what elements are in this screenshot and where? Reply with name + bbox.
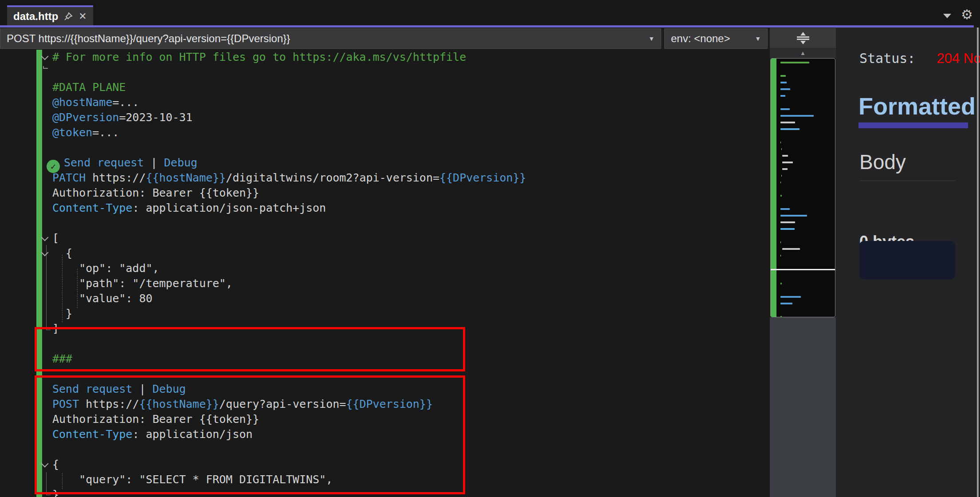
- minimap-line: [780, 142, 781, 143]
- code-text: @token: [52, 126, 92, 139]
- minimap-line: [780, 108, 790, 110]
- code-line: Authorization: Bearer {{token}}: [0, 185, 770, 201]
- tab-title: data.http: [13, 10, 58, 23]
- minimap-line: [780, 215, 807, 217]
- code-line: # For more info on HTTP files go to http…: [0, 50, 770, 65]
- editor[interactable]: # For more info on HTTP files go to http…: [0, 50, 770, 497]
- minimap[interactable]: [770, 58, 835, 317]
- minimap-line: [780, 181, 781, 183]
- minimap-line: [780, 88, 790, 90]
- minimap-line: [780, 75, 786, 77]
- code-text: {: [52, 247, 72, 260]
- body-heading: Body: [859, 150, 906, 174]
- code-line: [0, 216, 770, 231]
- code-text: @hostName: [52, 96, 112, 109]
- request-toolbar: POST https://{{hostName}}/query?api-vers…: [0, 28, 980, 50]
- code-line: {: [0, 246, 770, 261]
- code-line: Content-Type: application/json-patch+jso…: [0, 201, 770, 216]
- status-value: 204 No: [937, 51, 980, 67]
- pin-icon[interactable]: [63, 12, 73, 21]
- code-line: #DATA PLANE: [0, 80, 770, 95]
- minimap-line: [780, 195, 782, 197]
- environment-dropdown[interactable]: env: <none> ▼: [664, 28, 768, 49]
- code-text: =...: [112, 96, 139, 109]
- scrollbar-up-row: ▲: [770, 48, 836, 58]
- code-text: https://: [86, 171, 145, 184]
- fold-chevron-icon[interactable]: [41, 53, 49, 60]
- minimap-line: [782, 162, 793, 163]
- code-text: Authorization: Bearer {{token}}: [52, 186, 259, 199]
- chevron-down-icon: ▼: [648, 35, 655, 42]
- split-icon: [797, 36, 809, 38]
- chevron-down-icon: ▼: [755, 35, 761, 42]
- scroll-up-icon[interactable]: ▲: [800, 50, 806, 56]
- code-text: [: [52, 232, 59, 245]
- code-line: [: [0, 231, 770, 246]
- code-text: /digitaltwins/room2?api-version=: [226, 171, 439, 184]
- code-line: @hostName=...: [0, 95, 770, 110]
- debug-link[interactable]: Debug: [164, 156, 197, 169]
- minimap-line: [781, 175, 782, 177]
- minimap-line: [780, 303, 792, 304]
- minimap-line: [780, 241, 781, 243]
- minimap-line: [780, 255, 781, 256]
- minimap-line: [780, 115, 814, 117]
- minimap-caret-line: [771, 269, 835, 270]
- minimap-line: [780, 228, 795, 230]
- close-icon[interactable]: ✕: [78, 12, 86, 21]
- code-line: [0, 65, 770, 80]
- scrollbar-track[interactable]: [770, 317, 836, 497]
- code-text: # For more info on HTTP files go to http…: [52, 51, 466, 63]
- annotation-box-1: [35, 327, 465, 371]
- code-line: @DPversion=2023-10-31: [0, 110, 770, 125]
- code-line: ✓Send request | Debug: [0, 155, 770, 170]
- minimap-line: [780, 283, 782, 284]
- minimap-line: [780, 62, 809, 63]
- split-icon: [800, 41, 806, 44]
- minimap-line: [780, 128, 800, 130]
- minimap-line: [782, 155, 788, 157]
- minimap-line: [780, 82, 787, 83]
- request-url-dropdown[interactable]: POST https://{{hostName}}/query?api-vers…: [0, 28, 661, 49]
- status-row: Status: 204 No: [859, 51, 980, 67]
- minimap-line: [780, 221, 795, 223]
- window-controls: ⚙: [943, 8, 973, 21]
- minimap-line: [782, 168, 788, 170]
- gear-icon[interactable]: ⚙: [961, 8, 973, 21]
- request-url-text: POST https://{{hostName}}/query?api-vers…: [7, 32, 644, 45]
- split-icon: [797, 39, 809, 40]
- code-text: "value": 80: [52, 292, 153, 305]
- response-body-box: [859, 241, 955, 280]
- code-line: "value": 80: [0, 291, 770, 306]
- split-editor-handle[interactable]: [770, 28, 836, 48]
- code-text: {{hostName}}: [146, 171, 226, 184]
- vs-window: data.http ✕ ⚙ POST https://{{hostName}}/…: [0, 0, 980, 497]
- send-request-link[interactable]: Send request: [64, 156, 144, 169]
- code-line: }: [0, 306, 770, 321]
- code-text: {{DPversion}}: [439, 171, 526, 184]
- code-text: |: [144, 156, 164, 169]
- chevron-down-icon[interactable]: [943, 14, 951, 18]
- code-line: PATCH https://{{hostName}}/digitaltwins/…: [0, 170, 770, 185]
- minimap-line: [782, 248, 800, 250]
- tab-formatted[interactable]: Formatted: [858, 92, 976, 120]
- tab-data-http[interactable]: data.http ✕: [7, 5, 93, 25]
- status-label: Status:: [859, 51, 915, 67]
- code-text: =2023-10-31: [119, 111, 193, 124]
- code-text: "path": "/temperature",: [52, 277, 232, 290]
- code-text: #DATA PLANE: [52, 81, 126, 94]
- code-text: }: [52, 307, 72, 320]
- code-text: : application/json-patch+json: [133, 201, 326, 214]
- minimap-line: [780, 95, 785, 97]
- panel-scrollbar[interactable]: [977, 28, 979, 497]
- response-panel: Status: 204 No Formatted Body 0 bytes: [836, 28, 980, 497]
- body-divider: [859, 181, 955, 181]
- annotation-box-2: [35, 375, 465, 494]
- minimap-line: [780, 208, 790, 210]
- fold-chevron-icon[interactable]: [41, 249, 49, 256]
- code-line: @token=...: [0, 125, 770, 140]
- code-line: "op": "add",: [0, 261, 770, 276]
- minimap-line: [780, 296, 801, 298]
- code-line: "path": "/temperature",: [0, 276, 770, 291]
- fold-chevron-icon[interactable]: [41, 234, 49, 241]
